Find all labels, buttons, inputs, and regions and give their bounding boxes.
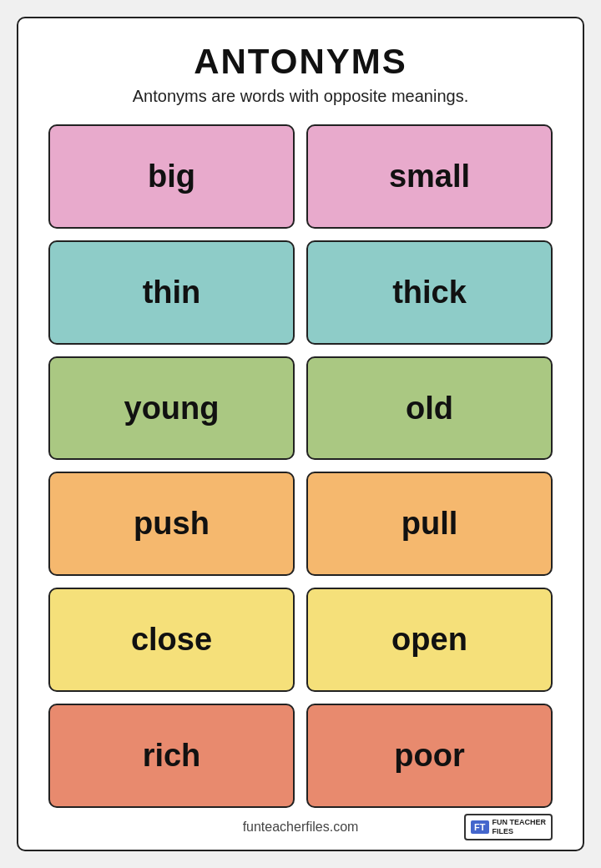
brand-initials: FT (471, 820, 488, 834)
word-card-young: young (48, 356, 295, 461)
word-card-thin: thin (48, 240, 295, 345)
word-card-close: close (48, 588, 295, 692)
brand-name: FUN TEACHERFILES (492, 818, 547, 836)
word-card-push: push (48, 472, 295, 576)
page-title: ANTONYMS (194, 42, 407, 82)
word-card-poor: poor (306, 704, 553, 808)
word-card-pull: pull (306, 472, 553, 576)
word-card-rich: rich (48, 704, 295, 808)
word-card-big: big (48, 124, 295, 229)
footer: funteacherfiles.com FT FUN TEACHERFILES (48, 820, 553, 835)
word-card-open: open (306, 588, 553, 692)
page: ANTONYMS Antonyms are words with opposit… (17, 17, 584, 851)
page-subtitle: Antonyms are words with opposite meaning… (133, 87, 468, 106)
word-card-old: old (306, 356, 553, 461)
antonyms-grid: big small thin thick young old push pull… (48, 124, 553, 808)
word-card-thick: thick (306, 240, 553, 345)
word-card-small: small (306, 124, 553, 229)
brand-badge: FT FUN TEACHERFILES (464, 814, 553, 840)
